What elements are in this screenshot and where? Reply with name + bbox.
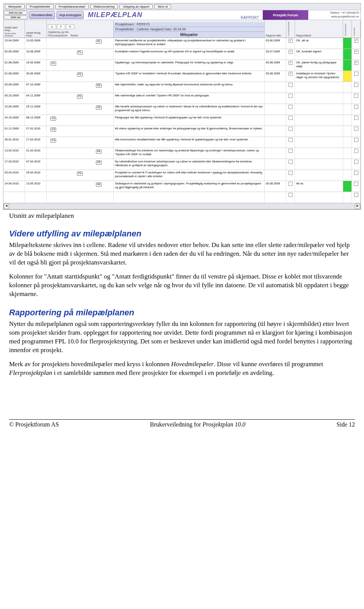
cell-start-date[interactable]: 12.09.2009: [3, 104, 25, 115]
table-row[interactable]: 03.04.201029.04.2010P4Prosjektet er over…: [3, 170, 361, 181]
cell-rapport-dato[interactable]: [265, 137, 286, 148]
cell-status[interactable]: [343, 104, 352, 115]
cell-rapporttekst[interactable]: [295, 115, 343, 126]
btn-prosjektansvarskart[interactable]: Prosjektansvarskart: [55, 4, 89, 9]
cell-rapporttekst[interactable]: [295, 126, 343, 137]
cell-hovedmilepael-checkbox[interactable]: [286, 137, 295, 148]
cell-avsluttet-checkbox[interactable]: [352, 115, 361, 126]
cell-hovedmilepael-checkbox[interactable]: ✓: [286, 49, 295, 60]
cell-status[interactable]: [343, 170, 352, 181]
cell-status[interactable]: [343, 137, 352, 148]
cell-avsluttet-checkbox[interactable]: [352, 148, 361, 159]
cell-rapporttekst[interactable]: [295, 104, 343, 115]
table-row[interactable]: 24.04.201013.05.2010R6Sluttrapport er ut…: [3, 181, 361, 192]
cell-start-date[interactable]: 03.04.2010: [3, 170, 25, 181]
table-row[interactable]: 01.08.200930.09.2009P2"System HR 2009" e…: [3, 71, 361, 82]
cell-end-date[interactable]: 25.11.2009: [25, 104, 47, 115]
table-row[interactable]: 01.12.200927.01.2010O3All videre opplæri…: [3, 126, 361, 137]
cell-start-date[interactable]: [3, 192, 25, 203]
cell-milepael-text[interactable]: All videre opplæring er planlat etter er…: [114, 126, 265, 137]
cell-status[interactable]: [343, 82, 352, 93]
cell-start-date[interactable]: 24.10.2009: [3, 115, 25, 126]
cell-end-date[interactable]: 08.12.2009: [25, 115, 47, 126]
cell-status[interactable]: [343, 126, 352, 137]
cell-avsluttet-checkbox[interactable]: [352, 159, 361, 170]
cell-hovedmilepael-checkbox[interactable]: [286, 148, 295, 159]
cell-milepael-text[interactable]: Kontrakten mellom Fagerlia kommune og HR…: [114, 49, 265, 60]
cell-status[interactable]: [343, 115, 352, 126]
cell-rapport-dato[interactable]: [265, 148, 286, 159]
cell-hovedmilepael-checkbox[interactable]: [286, 82, 295, 93]
cell-milepael-text[interactable]: [114, 192, 265, 203]
cell-start-date[interactable]: 15.04.2009: [3, 38, 25, 49]
cell-milepael-text[interactable]: Planverket bestående av prosjektdirektiv…: [114, 38, 265, 49]
cell-rapporttekst[interactable]: [295, 170, 343, 181]
cell-end-date[interactable]: 30.09.2009: [25, 71, 47, 82]
milestone-node[interactable]: R5: [96, 161, 102, 165]
cell-avsluttet-checkbox[interactable]: [352, 192, 361, 203]
milestone-node[interactable]: R3: [96, 105, 102, 110]
cell-hovedmilepael-checkbox[interactable]: [286, 170, 295, 181]
milestone-node[interactable]: R4: [96, 149, 102, 154]
cell-status[interactable]: [343, 181, 352, 192]
cell-rapport-dato[interactable]: [265, 93, 286, 104]
table-row[interactable]: 05.09.200907.10.2009R2Alle skjermbilder,…: [3, 82, 361, 93]
cell-rapporttekst[interactable]: [295, 159, 343, 170]
cell-rapport-dato[interactable]: 05.08.2009: [265, 181, 286, 192]
cell-rapport-dato[interactable]: 03.07.2009: [265, 49, 286, 60]
cell-start-date[interactable]: 05.09.2009: [3, 82, 25, 93]
cell-status[interactable]: [343, 60, 352, 71]
cell-hovedmilepael-checkbox[interactable]: [286, 181, 295, 192]
cell-rapporttekst[interactable]: [295, 82, 343, 93]
cell-rapporttekst[interactable]: [295, 148, 343, 159]
btn-resultatomraader[interactable]: Resultatområder: [29, 11, 55, 19]
cell-start-date[interactable]: 02.05.2009: [3, 49, 25, 60]
milestone-node[interactable]: P3: [77, 94, 83, 99]
cell-rapport-dato[interactable]: [265, 170, 286, 181]
cell-rapporttekst[interactable]: Installasjon er forsinket i fjorten dage…: [295, 71, 343, 82]
cell-avsluttet-checkbox[interactable]: [352, 170, 361, 181]
cell-hovedmilepael-checkbox[interactable]: ✓: [286, 71, 295, 82]
cell-milepael-text[interactable]: Pilotgruppe har fått opplæring i henhold…: [114, 115, 265, 126]
cell-end-date[interactable]: 13.05.2009: [25, 38, 47, 49]
cell-avsluttet-checkbox[interactable]: ✓: [352, 49, 361, 60]
cell-milepael-text[interactable]: "System HR 2009" er innstallert i henhol…: [114, 71, 265, 82]
scroll-right-icon[interactable]: ►: [355, 204, 360, 209]
milestone-node[interactable]: R1: [96, 39, 102, 44]
cell-end-date[interactable]: 27.01.2010: [25, 126, 47, 137]
table-row[interactable]: 30.01.201017.03.2010O4Alle kommunens res…: [3, 137, 361, 148]
btn-risikovurdering[interactable]: Risikovurdering: [90, 4, 118, 9]
cell-milepael-text[interactable]: Prosjektet er overført til IT-avdelingen…: [114, 170, 265, 181]
cell-hovedmilepael-checkbox[interactable]: [286, 192, 295, 203]
btn-skriv-ut[interactable]: Skriv ut: [154, 4, 171, 9]
btn-utdyping[interactable]: Utdyping av rapport: [119, 4, 153, 9]
cell-hovedmilepael-checkbox[interactable]: [286, 115, 295, 126]
cell-avsluttet-checkbox[interactable]: [352, 181, 361, 192]
cell-rapport-dato[interactable]: [265, 159, 286, 170]
table-row[interactable]: 05.10.200904.11.2009P3Alle nødvendige da…: [3, 93, 361, 104]
cell-milepael-text[interactable]: Alle nødvendige data er overført "System…: [114, 93, 265, 104]
cell-milepael-text[interactable]: Sluttrapport er utarbeidet og godkjent i…: [114, 181, 265, 192]
cell-end-date[interactable]: 10.08.2009: [25, 49, 47, 60]
cell-rapporttekst[interactable]: OK, alt ok: [295, 38, 343, 49]
cell-end-date[interactable]: 16.09.2009: [25, 60, 47, 71]
cell-status[interactable]: [343, 71, 352, 82]
cell-hovedmilepael-checkbox[interactable]: [286, 159, 295, 170]
cell-end-date[interactable]: [25, 192, 47, 203]
cell-rapporttekst[interactable]: [295, 93, 343, 104]
cell-rapporttekst[interactable]: OK, kontrakt signert: [295, 49, 343, 60]
table-row[interactable]: 01.08.200916.09.2009O1Opplærings- og inf…: [3, 60, 361, 71]
cell-rapport-dato[interactable]: 05.08.2009: [265, 71, 286, 82]
table-row[interactable]: 24.10.200908.12.2009O2Pilotgruppe har få…: [3, 115, 361, 126]
cell-start-date[interactable]: 24.04.2010: [3, 181, 25, 192]
milestone-node[interactable]: O1: [50, 61, 56, 66]
cell-end-date[interactable]: 31.03.2010: [25, 148, 47, 159]
cell-start-date[interactable]: 17.03.2010: [3, 159, 25, 170]
btn-menyside[interactable]: Menyside: [5, 4, 25, 9]
milestone-node[interactable]: R6: [96, 183, 102, 187]
cell-end-date[interactable]: 29.04.2010: [25, 170, 47, 181]
cell-rapporttekst[interactable]: [295, 137, 343, 148]
scroll-left-icon[interactable]: ◄: [4, 204, 9, 209]
cell-milepael-text[interactable]: Tilbakemeldinger fra enhetene om nødvend…: [114, 148, 265, 159]
cell-start-date[interactable]: 05.10.2009: [3, 93, 25, 104]
